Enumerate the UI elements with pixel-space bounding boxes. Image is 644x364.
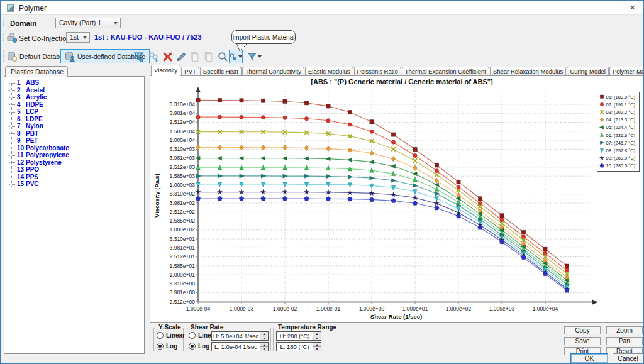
database-user-icon <box>65 52 75 62</box>
delete-icon[interactable] <box>160 50 174 63</box>
tab-viscosity[interactable]: Viscosity <box>151 65 180 76</box>
dropdown-caret-icon[interactable] <box>258 55 262 58</box>
tree-item-number: 2 <box>17 87 26 94</box>
y-scale-log-radio[interactable]: Log <box>157 343 177 350</box>
x-tick-label: 1.000e+01 <box>402 306 428 312</box>
shear-rate-high-value: H: 5.0e+04 1/sec <box>212 333 260 339</box>
y-tick-label: 3.981e+00 <box>170 289 196 295</box>
y-scale-group: Y-Scale Linear Log <box>153 328 184 351</box>
spinner-arrows-icon[interactable]: ▲▼ <box>260 343 268 351</box>
y-axis-label: Viscosity (Pa.s) <box>153 174 160 218</box>
domain-select[interactable]: Cavity (Part) 1 <box>55 18 121 28</box>
close-icon[interactable]: × <box>630 3 635 13</box>
domain-label: Domain <box>10 19 36 27</box>
x-tick-label: 1.000e-04 <box>186 306 211 312</box>
viscosity-tab-content: 6.310e+043.981e+042.512e+041.585e+041.00… <box>150 75 644 323</box>
y-tick-label: 3.981e+02 <box>170 200 196 206</box>
temperature-high-spinner[interactable]: H: 280 (°C) ▲▼ <box>276 331 321 341</box>
x-axis-label: Shear Rate (1/sec) <box>370 313 422 320</box>
tab-curing-model[interactable]: Curing Model <box>567 67 609 75</box>
tree-item-label: Polypropylene <box>26 152 69 158</box>
tree-item-polystyrene[interactable]: 12Polystyrene <box>4 159 144 167</box>
spinner-arrows-icon[interactable]: ▲▼ <box>260 332 268 340</box>
copy-button[interactable]: Copy <box>564 326 601 334</box>
tree-item-pbt[interactable]: 8PBT <box>4 130 144 138</box>
window-title: Polymer <box>19 4 47 13</box>
tree-item-nylon[interactable]: 7Nylon <box>4 123 144 130</box>
tab-shear-relaxation-modulus[interactable]: Shear Relaxation Modulus <box>490 67 566 75</box>
plastics-database-tab[interactable]: Plastics Database <box>5 66 68 77</box>
search-icon[interactable] <box>216 50 230 63</box>
tab-poisson-s-ratio[interactable]: Poisson's Ratio <box>354 67 401 75</box>
x-tick-label: 1.000e+02 <box>446 306 472 312</box>
tree-item-lcp[interactable]: 5LCP <box>4 108 144 116</box>
tree-item-label: PPO <box>26 166 39 173</box>
tree-item-pet[interactable]: 9PET <box>4 137 144 145</box>
y-tick-label: 2.512e+00 <box>170 299 196 305</box>
tree-item-number: 8 <box>17 130 26 138</box>
shear-rate-low-spinner[interactable]: L: 1.0e-04 1/sec ▲▼ <box>211 342 269 351</box>
series-06 <box>196 165 569 285</box>
dropdown-caret-icon[interactable] <box>238 55 242 58</box>
tree-branch-icon <box>9 112 15 113</box>
zoom-button[interactable]: Zoom <box>606 326 643 334</box>
co-injection-select[interactable]: 1st <box>66 32 90 43</box>
tree-item-polypropylene[interactable]: 11Polypropylene <box>4 152 144 159</box>
series-07 <box>196 174 570 287</box>
tree-branch-icon <box>9 155 15 156</box>
y-tick-label: 2.512e+03 <box>170 164 196 170</box>
tree-item-number: 1 <box>17 79 26 87</box>
series-05 <box>196 156 569 282</box>
clone-material-icon[interactable] <box>147 50 160 63</box>
tree-item-pps[interactable]: 14PPS <box>4 174 144 181</box>
filter-add-icon[interactable] <box>131 50 145 63</box>
pan-button[interactable]: Pan <box>606 337 643 345</box>
tree-item-label: Acrylic <box>26 94 47 101</box>
cancel-button[interactable]: Cancel <box>613 353 643 363</box>
spinner-arrows-icon[interactable]: ▲▼ <box>313 343 321 351</box>
tree-branch-icon <box>9 90 15 91</box>
tree-item-pvc[interactable]: 15PVC <box>4 180 144 188</box>
tree-item-polycarbonate[interactable]: 10Polycarbonate <box>4 145 144 152</box>
tree-item-number: 11 <box>17 152 26 159</box>
tree-item-ppo[interactable]: 13PPO <box>4 166 144 174</box>
shear-rate-high-spinner[interactable]: H: 5.0e+04 1/sec ▲▼ <box>211 331 269 341</box>
tab-thermal-conductivity[interactable]: Thermal Conductivity <box>242 67 304 75</box>
tab-polymer-material-parameters[interactable]: Polymer-Material Parameters <box>609 67 644 75</box>
spinner-arrows-icon[interactable]: ▲▼ <box>313 332 321 340</box>
tab-thermal-expansion-coefficient[interactable]: Thermal Expansion Coefficient <box>402 67 489 75</box>
tree-branch-icon <box>9 126 15 127</box>
edit-icon[interactable] <box>174 50 188 63</box>
shear-rate-log-radio[interactable]: Log <box>189 343 209 350</box>
tree-item-number: 15 <box>17 180 26 188</box>
series-10 <box>196 196 569 292</box>
tree-item-number: 3 <box>17 94 26 101</box>
import-plastic-material-icon[interactable] <box>229 50 243 63</box>
shear-rate-low-value: L: 1.0e-04 1/sec <box>212 343 260 350</box>
y-tick-label: 2.512e+04 <box>170 119 196 125</box>
legend-item-label: 06: (235.6 °C) <box>606 133 636 138</box>
tree-item-label: Polystyrene <box>26 159 62 166</box>
tree-item-acrylic[interactable]: 3Acrylic <box>4 94 144 101</box>
viscosity-chart[interactable]: 6.310e+043.981e+042.512e+041.585e+041.00… <box>150 76 643 322</box>
database-icon <box>7 52 17 62</box>
tree-item-hdpe[interactable]: 4HDPE <box>4 101 144 109</box>
filter-menu-icon[interactable] <box>248 50 262 63</box>
radio-icon <box>157 332 164 339</box>
tab-specific-heat[interactable]: Specific Heat <box>200 67 242 75</box>
tab-pvt[interactable]: PVT <box>181 67 199 75</box>
tab-elastic-modulus[interactable]: Elastic Modulus <box>305 67 353 75</box>
tree-item-abs[interactable]: 1ABS <box>4 79 144 87</box>
y-scale-linear-radio[interactable]: Linear <box>157 332 185 339</box>
ok-button[interactable]: OK <box>570 353 608 363</box>
temperature-low-spinner[interactable]: L: 180 (°C) ▲▼ <box>276 342 321 351</box>
tree-item-acetal[interactable]: 2Acetal <box>4 87 144 94</box>
save-button[interactable]: Save <box>564 337 601 345</box>
y-scale-linear-label: Linear <box>166 332 185 339</box>
x-tick-label: 1.000e+04 <box>533 306 558 312</box>
legend-item-label: 01: (180.0 °C) <box>606 94 636 100</box>
tree-item-ldpe[interactable]: 6LDPE <box>4 116 144 123</box>
temperature-high-value: H: 280 (°C) <box>277 333 313 339</box>
chevron-down-icon <box>114 22 118 25</box>
tooltip-tail <box>234 43 249 52</box>
